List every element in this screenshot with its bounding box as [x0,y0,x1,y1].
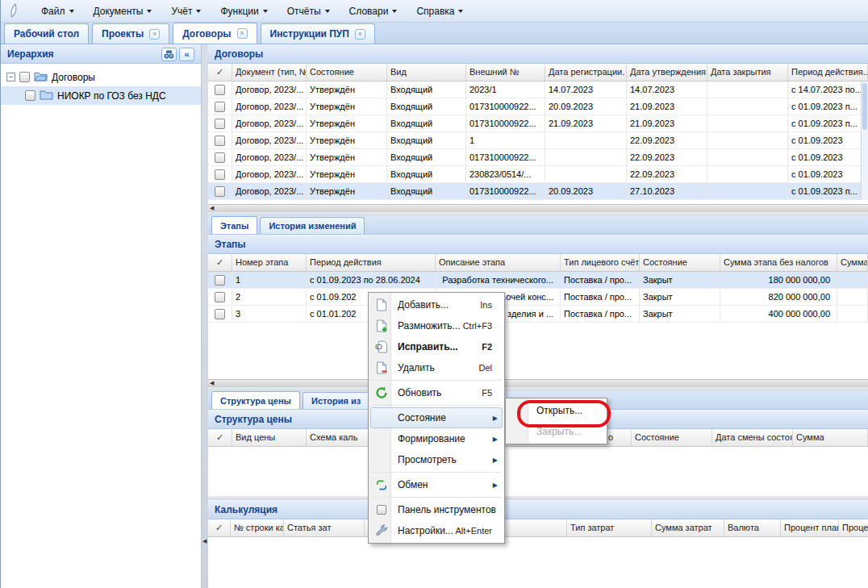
search-icon[interactable] [161,48,177,61]
tab-desktop[interactable]: Рабочий стол [4,23,89,44]
tab-price-history[interactable]: История из [303,392,369,409]
tab-instructions-pup[interactable]: Инструкции ПУП× [261,23,375,44]
row-checkbox-cell [208,132,232,148]
menu-item-state[interactable]: Состояние ▶ [370,407,503,428]
menu-item-add[interactable]: Добавить... Ins [370,294,503,315]
row-checkbox[interactable] [215,136,225,146]
table-row[interactable]: 3с 01.01.202зделия и ...Поставка / про..… [208,306,868,323]
column-header[interactable]: Процент ф [839,519,868,536]
tree-node-contracts[interactable]: − Договоры [1,68,201,86]
menu-item-edit[interactable]: Исправить... F2 [370,336,503,357]
column-header[interactable]: Валюта [724,519,781,536]
column-header[interactable]: Дата утверждения [627,64,707,81]
table-row[interactable]: Договор, 2023/...УтверждёнВходящий017310… [208,183,868,200]
menu-item-duplicate[interactable]: Размножить... Ctrl+F3 [370,315,503,336]
column-header[interactable]: Состояние [307,64,387,81]
menu-file[interactable]: Файл [41,6,74,17]
menu-item-formation[interactable]: Формирование ▶ [370,428,503,449]
menu-accounting[interactable]: Учёт [171,6,201,17]
menu-reports[interactable]: Отчёты [287,6,330,17]
tab-stages[interactable]: Этапы [211,216,257,234]
column-header[interactable]: Сумма этапа без налогов [720,254,837,271]
collapse-panel-icon[interactable]: « [179,48,194,61]
column-header[interactable]: Документ (тип, № [232,64,307,81]
menu-item-delete[interactable]: Удалить Del [370,357,503,378]
scroll-left-icon[interactable]: ◀ [210,205,214,211]
menu-dictionaries[interactable]: Словари [349,6,398,17]
row-checkbox[interactable] [215,309,225,319]
table-cell: 22.09.2023 [627,132,707,148]
tab-projects[interactable]: Проекты× [92,23,169,44]
table-row[interactable]: Договор, 2023/...УтверждёнВходящий230823… [208,166,868,183]
tree-node-niokr[interactable]: НИОКР по ГОЗ без НДС [1,86,201,105]
column-header[interactable]: Тип лицевого счёт [561,254,640,271]
close-icon[interactable]: × [149,29,160,40]
calculation-title: Калькуляция [215,504,278,515]
vertical-scrollbar[interactable] [861,81,868,200]
column-header[interactable]: Описание этапа [436,254,561,271]
table-row[interactable]: Договор, 2023/...УтверждёнВходящий017310… [208,98,868,115]
close-icon[interactable]: × [355,29,365,40]
menu-item-toolbar[interactable]: Панель инструментов [370,499,503,520]
submenu-item-open[interactable]: Открыть... [507,400,605,421]
table-row[interactable]: 2с 01.09.202...очей конс...Поставка / пр… [208,289,868,306]
table-row[interactable]: Договор, 2023/...УтверждёнВходящий017310… [208,149,868,166]
column-header[interactable]: Сумма [837,254,868,271]
row-checkbox[interactable] [215,119,225,129]
column-header[interactable]: Дата закрытия [707,64,788,81]
column-header[interactable]: Сумма [793,429,868,446]
row-checkbox[interactable] [215,169,225,180]
tab-price-structure[interactable]: Структура цены [211,391,300,409]
menu-help[interactable]: Справка [416,6,463,17]
row-checkbox[interactable] [215,292,225,302]
table-row[interactable]: 1с 01.09.2023 по 28.06.2024Разработка те… [208,272,868,289]
close-icon[interactable]: × [237,28,248,39]
scrollbar-thumb[interactable] [862,83,867,130]
row-checkbox[interactable] [215,102,225,112]
sidebar-splitter[interactable]: ◀ [202,44,208,588]
scroll-left-icon[interactable]: ◀ [210,380,214,386]
column-header[interactable]: Вид цены [232,429,307,446]
column-header[interactable]: № строки калькул [231,519,284,536]
column-header[interactable]: Дата регистрации. [545,64,627,81]
column-header[interactable]: Статья зат [284,519,365,536]
column-header[interactable]: Вид [387,64,466,81]
horizontal-scrollbar[interactable]: ◀ [208,204,868,212]
splitter-collapse-icon[interactable]: ◀ [202,538,207,544]
column-header[interactable]: Состояние [640,254,720,271]
row-checkbox[interactable] [215,275,225,286]
column-header[interactable]: Состояние [632,429,712,446]
table-row[interactable]: Договор, 2023/...УтверждёнВходящий017310… [208,115,868,132]
column-header[interactable]: Сумма затрат [652,519,724,536]
column-header[interactable]: Внешний № [466,64,545,81]
table-row[interactable]: Договор, 2023/...УтверждёнВходящий2023/1… [208,81,868,98]
row-checkbox[interactable] [215,186,225,197]
select-all-header[interactable]: ✓ [208,429,232,446]
column-header[interactable]: Период действия... [788,64,868,81]
collapse-node-icon[interactable]: − [6,73,15,81]
column-header[interactable]: Процент план [781,519,839,536]
menu-item-view[interactable]: Просмотреть ▶ [370,449,503,470]
table-row[interactable]: Договор, 2023/...УтверждёнВходящий122.09… [208,132,868,149]
row-checkbox[interactable] [215,152,225,163]
row-checkbox[interactable] [215,85,225,95]
menu-item-exchange[interactable]: Обмен ▶ [370,474,503,495]
column-header[interactable]: Дата смены состоя [712,429,793,446]
select-all-header[interactable]: ✓ [208,519,231,536]
select-all-header[interactable]: ✓ [208,64,232,81]
column-header[interactable]: Номер этапа [232,254,307,271]
horizontal-scrollbar[interactable]: ◀ [208,379,868,387]
menu-item-refresh[interactable]: Обновить F5 [370,382,503,403]
column-header[interactable]: Тип затрат [567,519,652,536]
table-cell: 017310000922... [466,98,545,115]
tab-contracts[interactable]: Договоры× [173,23,257,44]
tree-checkbox[interactable] [19,72,30,82]
select-all-header[interactable]: ✓ [208,254,232,271]
menu-functions[interactable]: Функции [220,6,267,17]
menu-documents[interactable]: Документы [94,6,152,17]
table-cell: 14.07.2023 [627,81,707,98]
tree-checkbox[interactable] [25,90,35,101]
menu-item-settings[interactable]: Настройки... Alt+Enter [370,520,503,541]
column-header[interactable]: Период действия [307,254,436,271]
tab-change-history[interactable]: История изменений [260,217,365,234]
